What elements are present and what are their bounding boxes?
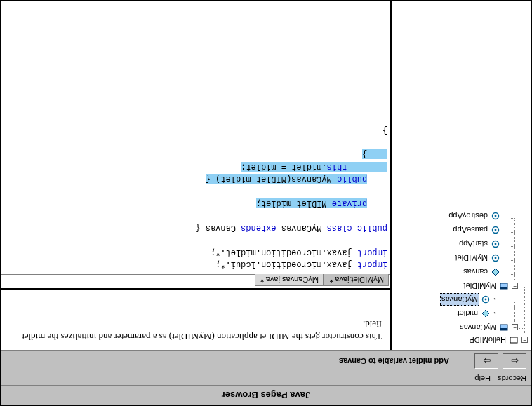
class-icon (500, 323, 508, 332)
tree-method-startapp[interactable]: startApp (458, 238, 508, 250)
tree-class-mymidlet[interactable]: − MyMIDlet (463, 280, 518, 292)
tree-field-midlet[interactable]: → midlet (456, 308, 508, 319)
forward-button[interactable]: ⇨ (474, 353, 498, 369)
code-editor[interactable]: import javax.microedition.lcdui.*;import… (1, 1, 390, 274)
description-pane: This constructor gets the MIDLet applica… (1, 288, 390, 350)
svg-marker-3 (482, 310, 489, 317)
tree-field-canvas[interactable]: canvas (462, 266, 508, 278)
app-window: Java Pages Browser Records Help ⇦ ⇨ Add … (0, 0, 532, 406)
svg-rect-7 (500, 287, 507, 289)
svg-point-10 (495, 257, 497, 259)
collapse-icon[interactable]: − (512, 283, 518, 290)
menu-records[interactable]: Records (498, 374, 526, 383)
field-icon (481, 309, 490, 318)
tree-ctor-mymidlet[interactable]: MyMIDlet (454, 252, 508, 264)
svg-point-12 (495, 243, 497, 245)
tree-pane[interactable]: − HelloMIDP − MyCanvas (390, 1, 531, 350)
description-text: This constructor gets the MIDLet applica… (22, 319, 382, 342)
editor-tabs: MyMIDlet.java* MyCanvas.java* (1, 274, 390, 288)
project-icon (510, 336, 518, 344)
arrow-left-icon: ⇦ (511, 356, 519, 367)
collapse-icon[interactable]: − (512, 325, 518, 331)
title-bar: Java Pages Browser (1, 385, 531, 405)
window-title: Java Pages Browser (222, 390, 310, 400)
project-tree: − HelloMIDP − MyCanvas (393, 210, 529, 347)
toolbar: ⇦ ⇨ Add midlet variable to Canvas (1, 350, 531, 372)
editor-area: MyMIDlet.java* MyCanvas.java* import jav… (1, 1, 390, 288)
method-icon (491, 254, 500, 262)
menu-help[interactable]: Help (474, 374, 491, 383)
svg-point-16 (495, 215, 497, 217)
method-icon (491, 226, 500, 234)
svg-rect-2 (500, 328, 507, 330)
tree-ctor-mycanvas[interactable]: → MyCanvas (440, 293, 508, 306)
right-panes: This constructor gets the MIDLet applica… (1, 1, 390, 350)
svg-marker-8 (492, 269, 499, 276)
tab-mymidlet[interactable]: MyMIDlet.java* (324, 274, 389, 286)
arrow-right-icon: ⇨ (483, 356, 491, 367)
tab-mycanvas[interactable]: MyCanvas.java* (255, 274, 324, 286)
method-icon (491, 240, 500, 248)
back-button[interactable]: ⇦ (503, 353, 526, 369)
svg-rect-0 (510, 337, 517, 343)
class-icon (500, 282, 508, 290)
collapse-icon[interactable]: − (521, 337, 528, 344)
tree-root[interactable]: − HelloMIDP (467, 334, 528, 346)
method-icon (481, 295, 490, 304)
field-icon (491, 268, 500, 276)
tree-method-pauseapp[interactable]: pauseApp (451, 224, 508, 236)
tree-class-mycanvas[interactable]: − MyCanvas (458, 322, 518, 333)
svg-point-5 (485, 299, 487, 301)
tree-method-destroyapp[interactable]: destroyApp (447, 210, 508, 222)
menu-bar: Records Help (1, 372, 531, 385)
method-icon (491, 212, 500, 220)
content-area: − HelloMIDP − MyCanvas (1, 1, 531, 350)
svg-point-14 (495, 229, 497, 231)
page-title: Add midlet variable to Canvas (339, 357, 449, 365)
